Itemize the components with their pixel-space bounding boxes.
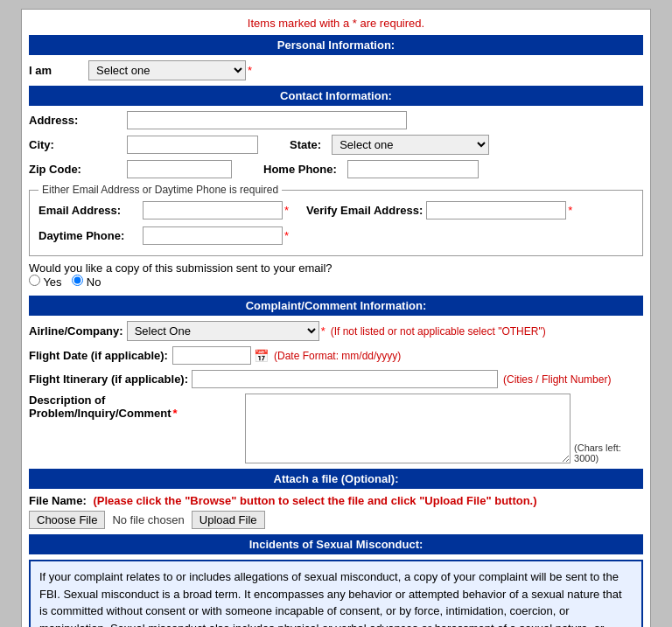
cities-hint: (Cities / Flight Number) bbox=[503, 373, 611, 386]
verify-email-required-star: * bbox=[568, 204, 572, 217]
email-verify-row: Email Address: * Verify Email Address: * bbox=[38, 201, 634, 223]
description-textarea[interactable] bbox=[245, 394, 570, 463]
incidents-section: Incidents of Sexual Misconduct: If your … bbox=[29, 534, 643, 627]
city-state-row: City: State: Select one ALAKAZAR CACOCTD… bbox=[29, 135, 643, 155]
chars-left: (Chars left: 3000) bbox=[574, 442, 643, 463]
airline-row: Airline/Company: Select One OTHER Americ… bbox=[29, 321, 643, 341]
airline-select[interactable]: Select One OTHER American Airlines Delta… bbox=[127, 321, 319, 341]
zip-input[interactable] bbox=[127, 160, 232, 178]
daytime-phone-input[interactable] bbox=[143, 226, 283, 245]
zip-phone-row: Zip Code: Home Phone: bbox=[29, 160, 643, 178]
state-label: State: bbox=[290, 138, 321, 151]
daytime-phone-label: Daytime Phone: bbox=[38, 229, 139, 242]
i-am-select[interactable]: Select one A passenger A crew member An … bbox=[88, 60, 246, 80]
verify-email-label: Verify Email Address: bbox=[306, 204, 423, 217]
date-hint: (Date Format: mm/dd/yyyy) bbox=[274, 350, 401, 362]
city-input[interactable] bbox=[127, 136, 258, 154]
personal-section-header: Personal Information: bbox=[29, 35, 643, 55]
no-radio[interactable] bbox=[72, 275, 83, 286]
airline-required-star: * bbox=[321, 324, 326, 338]
file-notice: (Please click the "Browse" button to sel… bbox=[93, 494, 536, 507]
attach-section-header: Attach a file (Optional): bbox=[29, 469, 643, 489]
city-label: City: bbox=[29, 138, 116, 151]
email-address-row: Email Address: * bbox=[38, 201, 289, 219]
yes-text: Yes bbox=[43, 275, 61, 289]
description-label: Description of Problem/Inquiry/Comment* bbox=[29, 394, 242, 420]
incidents-text: If your complaint relates to or includes… bbox=[39, 570, 622, 627]
yes-radio[interactable] bbox=[29, 275, 40, 286]
upload-file-button[interactable]: Upload File bbox=[192, 511, 265, 529]
i-am-row: I am Select one A passenger A crew membe… bbox=[29, 60, 643, 80]
home-phone-label: Home Phone: bbox=[263, 163, 337, 176]
i-am-required: * bbox=[248, 64, 252, 77]
daytime-phone-row: Daytime Phone: * bbox=[38, 226, 634, 245]
calendar-icon: 📅 bbox=[254, 349, 269, 363]
form-container: Items marked with a * are required. Pers… bbox=[21, 9, 651, 627]
file-label: File Name: bbox=[29, 494, 87, 507]
address-row: Address: bbox=[29, 111, 643, 129]
file-label-row: File Name: (Please click the "Browse" bu… bbox=[29, 494, 643, 507]
description-row: Description of Problem/Inquiry/Comment* … bbox=[29, 394, 643, 463]
file-row: Choose File No file chosen Upload File bbox=[29, 511, 643, 529]
no-text: No bbox=[87, 275, 102, 289]
required-notice: Items marked with a * are required. bbox=[29, 17, 643, 30]
verify-email-input[interactable] bbox=[426, 201, 566, 219]
complaint-section-header: Complaint/Comment Information: bbox=[29, 296, 643, 316]
itinerary-input[interactable] bbox=[192, 370, 498, 388]
email-fieldset: Either Email Address or Daytime Phone is… bbox=[29, 184, 643, 256]
verify-email-row: Verify Email Address: * bbox=[306, 201, 572, 219]
flight-date-row: Flight Date (if applicable): 📅 (Date For… bbox=[29, 346, 643, 365]
contact-section-header: Contact Information: bbox=[29, 86, 643, 106]
copy-row: Would you like a copy of this submission… bbox=[29, 261, 643, 289]
state-select[interactable]: Select one ALAKAZAR CACOCTDE FLGAHIID IL… bbox=[332, 135, 489, 155]
airline-note: (If not listed or not applicable select … bbox=[331, 325, 546, 338]
home-phone-input[interactable] bbox=[347, 160, 479, 178]
no-file-text: No file chosen bbox=[112, 513, 184, 526]
incidents-box: If your complaint relates to or includes… bbox=[29, 560, 643, 627]
itinerary-row: Flight Itinerary (if applicable): (Citie… bbox=[29, 370, 643, 388]
email-label: Email Address: bbox=[38, 204, 139, 217]
address-label: Address: bbox=[29, 114, 116, 127]
email-required-star: * bbox=[284, 204, 289, 217]
no-label[interactable]: No bbox=[72, 275, 101, 289]
incidents-title: Incidents of Sexual Misconduct: bbox=[29, 534, 643, 554]
daytime-phone-required-star: * bbox=[284, 229, 289, 242]
flight-date-input[interactable] bbox=[172, 346, 251, 365]
email-fieldset-legend: Either Email Address or Daytime Phone is… bbox=[38, 184, 282, 196]
itinerary-label: Flight Itinerary (if applicable): bbox=[29, 373, 188, 386]
email-input[interactable] bbox=[143, 201, 283, 219]
choose-file-button[interactable]: Choose File bbox=[29, 511, 105, 529]
airline-label: Airline/Company: bbox=[29, 324, 123, 338]
yes-label[interactable]: Yes bbox=[29, 275, 65, 289]
i-am-label: I am bbox=[29, 64, 81, 77]
flight-date-label: Flight Date (if applicable): bbox=[29, 349, 169, 362]
description-required-star: * bbox=[173, 407, 178, 420]
zip-label: Zip Code: bbox=[29, 163, 116, 176]
copy-question: Would you like a copy of this submission… bbox=[29, 261, 332, 275]
address-input[interactable] bbox=[127, 111, 407, 129]
